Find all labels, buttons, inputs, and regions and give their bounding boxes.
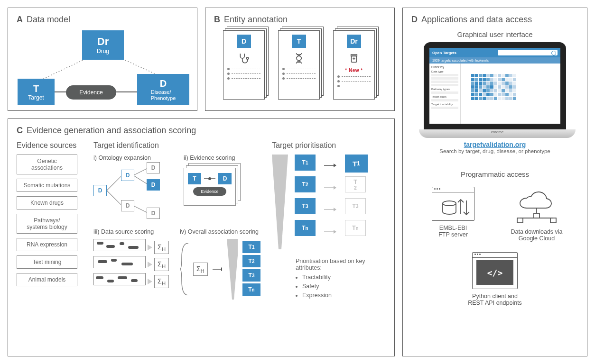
panel-data-model: AData model Dr Drug T Target D Disease/ …: [8, 8, 197, 111]
target-prioritisation-col: Target prioritisation T1 T2 T3 Tn: [272, 141, 386, 340]
svg-point-17: [208, 177, 211, 180]
site-link[interactable]: targetvalidation.org: [411, 141, 578, 148]
svg-marker-23: [227, 239, 238, 300]
pill-bottle-icon: [337, 52, 371, 65]
ftp-block: EMBL-EBI FTP server: [418, 187, 489, 242]
funnel-icon: [272, 155, 288, 249]
panel-evidence-scoring: CEvidence generation and association sco…: [8, 118, 395, 356]
target-identification-col: Target identification i) Ontology expans…: [93, 141, 260, 340]
search-input[interactable]: [498, 50, 558, 55]
brace-icon: [180, 243, 188, 295]
svg-marker-32: [334, 230, 336, 234]
laptop-mockup: Open Targets 1929 targets associated wit…: [419, 42, 571, 138]
score-strip: [93, 239, 146, 251]
annotation-card-target: T: [278, 30, 322, 101]
svg-rect-37: [534, 213, 539, 218]
new-tag: * New *: [337, 68, 371, 73]
svg-rect-41: [550, 218, 556, 223]
ftp-icon: [432, 187, 474, 221]
evidence-sources-col: Evidence sources Genetic associations So…: [17, 141, 82, 340]
svg-point-4: [246, 57, 248, 59]
svg-marker-28: [334, 186, 336, 190]
dna-icon: [282, 52, 316, 65]
panel-c-title: CEvidence generation and association sco…: [17, 126, 386, 136]
svg-marker-30: [334, 208, 336, 211]
api-icon: </>: [472, 252, 518, 289]
panel-d-title: DApplications and data access: [411, 15, 578, 25]
src-text: Text mining: [17, 255, 77, 269]
svg-marker-20: [148, 279, 152, 284]
svg-marker-22: [221, 267, 222, 271]
annotation-card-disease: D: [223, 30, 267, 101]
panel-a-title: AData model: [17, 15, 188, 25]
src-genetic: Genetic associations: [17, 155, 77, 174]
src-drugs: Known drugs: [17, 196, 77, 209]
funnel-icon: [227, 239, 238, 300]
svg-line-12: [107, 191, 122, 206]
svg-line-11: [107, 175, 122, 191]
gui-heading: Graphical user interface: [411, 30, 578, 38]
svg-rect-40: [517, 218, 523, 223]
cloud-network-icon: [511, 187, 563, 225]
panel-b-title: BEntity annotation: [214, 15, 386, 25]
target-node: T Target: [18, 79, 55, 105]
stethoscope-icon: [227, 52, 260, 65]
src-rna: RNA expression: [17, 238, 77, 251]
panel-entity-annotation: BEntity annotation D T: [205, 8, 395, 111]
annotation-card-drug: Dr * New *: [333, 30, 377, 101]
src-pathways: Pathways/ systems biology: [17, 214, 77, 234]
panel-applications: DApplications and data access Graphical …: [402, 8, 587, 356]
svg-marker-24: [272, 155, 288, 249]
heatmap: [471, 74, 558, 100]
svg-marker-26: [334, 164, 336, 167]
gcloud-block: Data downloads via Google Cloud: [501, 187, 572, 242]
svg-point-33: [443, 201, 456, 206]
svg-marker-19: [148, 262, 152, 267]
src-somatic: Somatic mutations: [17, 179, 77, 192]
svg-marker-18: [148, 245, 152, 250]
disease-node: D Disease/ Phenotype: [137, 74, 189, 105]
drug-node: Dr Drug: [82, 30, 124, 60]
programmatic-heading: Programmatic access: [411, 170, 578, 178]
prioritisation-attributes: Tractability Safety Expression: [296, 273, 376, 300]
svg-rect-8: [351, 55, 357, 56]
api-block: </> Python client and REST API endpoints: [459, 252, 530, 306]
src-animal: Animal models: [17, 273, 77, 286]
sigma-box: ΣH: [154, 241, 169, 255]
evidence-node: Evidence: [66, 85, 116, 100]
